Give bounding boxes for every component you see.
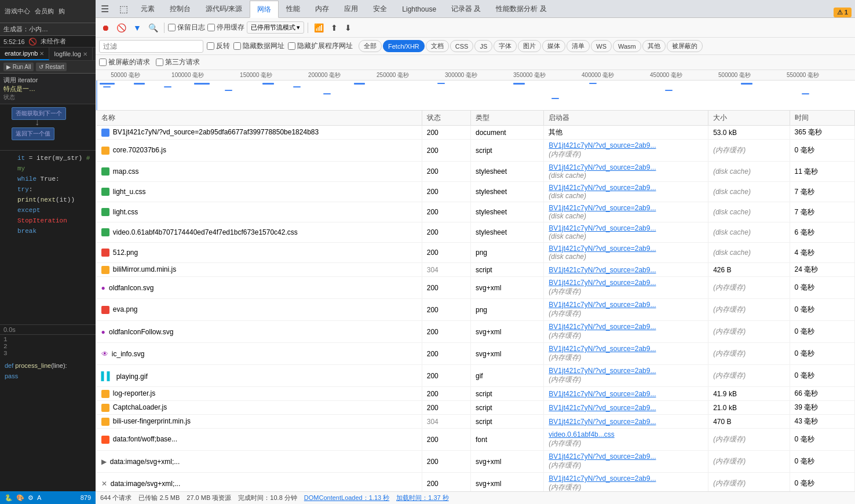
table-row[interactable]: light_u.css 200 stylesheet BV1jt421c7yN/…: [97, 182, 855, 202]
table-row[interactable]: ● oldfanIconFollow.svg 200 svg+xml BV1jt…: [97, 321, 855, 343]
table-row[interactable]: BV1jt421c7yN/?vd_source=2ab95dfa6677af39…: [97, 126, 855, 140]
initiator-link[interactable]: BV1jt421c7yN/?vd_source=2ab9...: [549, 323, 656, 331]
table-row[interactable]: data:font/woff;base... 200 font video.0.…: [97, 429, 855, 451]
table-row[interactable]: ▌▌ playing.gif 200 gif BV1jt421c7yN/?vd_…: [97, 365, 855, 387]
filter-font[interactable]: 字体: [494, 40, 517, 52]
disable-cache-label[interactable]: 停用缓存: [207, 23, 244, 32]
filter-media[interactable]: 媒体: [542, 40, 565, 52]
filter-doc[interactable]: 文档: [426, 40, 449, 52]
initiator-link[interactable]: BV1jt421c7yN/?vd_source=2ab9...: [549, 204, 656, 212]
initiator-link[interactable]: BV1jt421c7yN/?vd_source=2ab9...: [549, 390, 656, 398]
filter-manifest[interactable]: 清单: [567, 40, 590, 52]
initiator-link[interactable]: BV1jt421c7yN/?vd_source=2ab9...: [549, 404, 656, 412]
table-row[interactable]: ✕ data:image/svg+xml;... 200 svg+xml BV1…: [97, 473, 855, 492]
tab-lighthouse[interactable]: Lighthouse: [394, 0, 444, 17]
file-tab-log[interactable]: logfile.log ✕: [49, 48, 92, 60]
col-header-status[interactable]: 状态: [422, 111, 470, 126]
reverse-checkbox[interactable]: [207, 42, 214, 50]
download-button[interactable]: ⬇: [342, 21, 354, 34]
tab-application[interactable]: 应用: [337, 0, 366, 17]
menu-item-membership[interactable]: 会员购: [35, 7, 54, 16]
initiator-link[interactable]: BV1jt421c7yN/?vd_source=2ab9...: [549, 279, 656, 287]
tab-menu-icon[interactable]: ☰: [96, 0, 114, 17]
filter-toggle-button[interactable]: ▼: [131, 21, 144, 34]
disable-cache-checkbox[interactable]: [207, 24, 215, 31]
blocked-requests-checkbox[interactable]: [99, 59, 107, 66]
file-tab-notebook[interactable]: erator.ipynb ✕: [0, 48, 49, 60]
table-row[interactable]: video.0.61abf4b707174440ed7e4f7ed1bcf673…: [97, 222, 855, 243]
throttle-select[interactable]: 已停用节流模式 ▾: [247, 21, 304, 34]
tab-performance[interactable]: 性能: [279, 0, 308, 17]
filter-css[interactable]: CSS: [450, 40, 474, 52]
col-header-size[interactable]: 大小: [708, 111, 790, 126]
table-container[interactable]: 名称 状态 类型 启动器 大小 时间 BV1jt421c7yN/?vd_sour…: [96, 111, 855, 491]
initiator-link[interactable]: BV1jt421c7yN/?vd_source=2ab9...: [549, 367, 656, 375]
filter-fetch-xhr[interactable]: Fetch/XHR: [383, 40, 425, 52]
wifi-button[interactable]: 📶: [312, 21, 326, 34]
preserve-log-label[interactable]: 保留日志: [168, 23, 205, 32]
hide-data-label[interactable]: 隐藏数据网址: [233, 41, 284, 51]
tab-console[interactable]: 控制台: [162, 0, 198, 17]
third-party-label[interactable]: 第三方请求: [156, 57, 200, 67]
tab-elements[interactable]: 元素: [133, 0, 162, 17]
table-row[interactable]: 👁 ic_info.svg 200 svg+xml BV1jt421c7yN/?…: [97, 343, 855, 365]
preserve-log-checkbox[interactable]: [168, 24, 176, 31]
table-row[interactable]: bili-user-fingerprint.min.js 304 script …: [97, 415, 855, 429]
menu-item-gamecenter[interactable]: 游戏中心: [5, 7, 30, 16]
run-button[interactable]: ▶ Run All: [3, 63, 34, 71]
hide-data-checkbox[interactable]: [233, 42, 241, 50]
tab-sources[interactable]: 源代码/来源: [198, 0, 250, 17]
table-row[interactable]: map.css 200 stylesheet BV1jt421c7yN/?vd_…: [97, 162, 855, 182]
search-button[interactable]: 🔍: [146, 21, 160, 34]
initiator-link[interactable]: BV1jt421c7yN/?vd_source=2ab9...: [549, 452, 656, 461]
table-row[interactable]: biliMirror.umd.mini.js 304 script BV1jt4…: [97, 263, 855, 277]
table-row[interactable]: ● oldfanIcon.svg 200 svg+xml BV1jt421c7y…: [97, 277, 855, 299]
table-row[interactable]: log-reporter.js 200 script BV1jt421c7yN/…: [97, 387, 855, 401]
tab-recorder[interactable]: 记录器 及: [444, 0, 488, 17]
blocked-requests-label[interactable]: 被屏蔽的请求: [99, 57, 150, 67]
clear-button[interactable]: 🚫: [114, 21, 129, 34]
table-row[interactable]: 512.png 200 png BV1jt421c7yN/?vd_source=…: [97, 243, 855, 263]
third-party-checkbox[interactable]: [156, 59, 163, 66]
table-row[interactable]: CaptchaLoader.js 200 script BV1jt421c7yN…: [97, 401, 855, 415]
col-header-type[interactable]: 类型: [470, 111, 543, 126]
tab-inspect-icon[interactable]: ⬚: [114, 0, 133, 17]
restart-button[interactable]: ↺ Restart: [36, 63, 67, 71]
filter-js[interactable]: JS: [474, 40, 492, 52]
initiator-link[interactable]: BV1jt421c7yN/?vd_source=2ab9...: [549, 474, 656, 483]
col-header-initiator[interactable]: 启动器: [544, 111, 708, 126]
upload-button[interactable]: ⬆: [328, 21, 340, 34]
tab-memory[interactable]: 内存: [308, 0, 337, 17]
menu-item-buy[interactable]: 购: [59, 7, 65, 16]
close-icon[interactable]: ✕: [39, 50, 44, 57]
loaded-time-link[interactable]: 加载时间：1.37 秒: [396, 494, 448, 501]
table-row[interactable]: eva.png 200 png BV1jt421c7yN/?vd_source=…: [97, 299, 855, 321]
reverse-label[interactable]: 反转: [207, 41, 230, 51]
filter-other[interactable]: 其他: [642, 40, 666, 52]
initiator-link[interactable]: BV1jt421c7yN/?vd_source=2ab9...: [549, 301, 656, 309]
filter-input[interactable]: [99, 40, 203, 53]
table-row[interactable]: core.702037b6.js 200 script BV1jt421c7yN…: [97, 140, 855, 162]
filter-blocked[interactable]: 被屏蔽的: [667, 40, 703, 52]
initiator-link[interactable]: BV1jt421c7yN/?vd_source=2ab9...: [549, 163, 656, 171]
close-icon[interactable]: ✕: [83, 51, 87, 57]
table-row[interactable]: ▶ data:image/svg+xml;... 200 svg+xml BV1…: [97, 451, 855, 473]
col-header-name[interactable]: 名称: [97, 111, 422, 126]
col-header-time[interactable]: 时间: [790, 111, 854, 126]
filter-wasm[interactable]: Wasm: [613, 40, 641, 52]
tab-security[interactable]: 安全: [366, 0, 394, 17]
initiator-link[interactable]: BV1jt421c7yN/?vd_source=2ab9...: [549, 345, 656, 353]
initiator-link[interactable]: video.0.61abf4b...css: [549, 430, 614, 439]
hide-ext-checkbox[interactable]: [288, 42, 295, 50]
timeline-bars[interactable]: [96, 81, 855, 111]
filter-img[interactable]: 图片: [518, 40, 541, 52]
initiator-link[interactable]: BV1jt421c7yN/?vd_source=2ab9...: [549, 418, 656, 426]
record-button[interactable]: ⏺: [99, 21, 112, 34]
initiator-link[interactable]: BV1jt421c7yN/?vd_source=2ab9...: [549, 224, 656, 232]
initiator-link[interactable]: BV1jt421c7yN/?vd_source=2ab9...: [549, 141, 656, 149]
hide-ext-label[interactable]: 隐藏扩展程序网址: [288, 41, 353, 51]
table-row[interactable]: light.css 200 stylesheet BV1jt421c7yN/?v…: [97, 202, 855, 222]
tab-network[interactable]: 网络: [250, 1, 279, 18]
tab-perf-insights[interactable]: 性能数据分析 及: [488, 0, 554, 17]
initiator-link[interactable]: BV1jt421c7yN/?vd_source=2ab9...: [549, 184, 656, 192]
